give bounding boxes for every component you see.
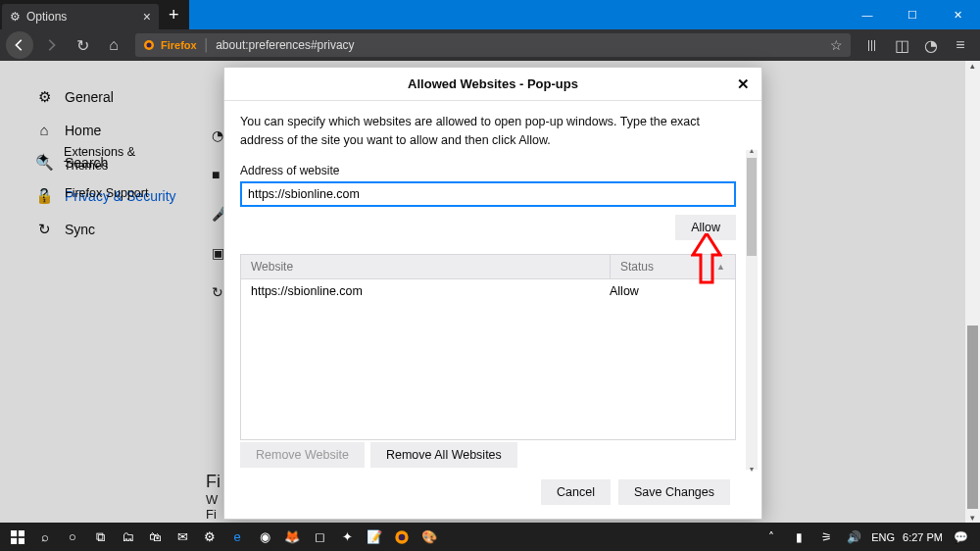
url-context-badge: Firefox: [161, 39, 197, 51]
app-icon[interactable]: 📝: [361, 523, 388, 551]
dialog-header: Allowed Websites - Pop-ups ✕: [224, 68, 761, 101]
app-icon[interactable]: 🦊: [278, 523, 306, 551]
navigation-bar: ↻ ⌂ Firefox │ about:preferences#privacy …: [0, 29, 980, 61]
address-input[interactable]: [240, 181, 736, 207]
dialog-title: Allowed Websites - Pop-ups: [408, 76, 578, 91]
column-website[interactable]: Website: [241, 255, 610, 278]
menu-button[interactable]: ≡: [947, 31, 974, 59]
forward-button[interactable]: [37, 31, 65, 59]
page-scrollbar[interactable]: ▴ ▾: [965, 61, 980, 523]
dialog-description: You can specify which websites are allow…: [240, 113, 746, 150]
clock[interactable]: 6:27 PM: [903, 531, 943, 543]
svg-rect-6: [19, 537, 24, 543]
browser-tab[interactable]: ⚙ Options ×: [2, 4, 159, 29]
sidebar-toggle-icon[interactable]: ◫: [888, 31, 915, 59]
new-tab-button[interactable]: +: [159, 5, 189, 25]
mail-icon[interactable]: ✉: [169, 523, 196, 551]
sort-arrow-icon: ▲: [716, 262, 725, 272]
table-row[interactable]: https://sbionline.com Allow: [241, 279, 735, 303]
svg-rect-3: [11, 530, 17, 536]
maximize-button[interactable]: ☐: [890, 0, 935, 29]
remove-website-button[interactable]: Remove Website: [240, 442, 365, 468]
app-icon[interactable]: ◻: [306, 523, 333, 551]
cancel-button[interactable]: Cancel: [541, 479, 611, 505]
system-tray: ˄ ▮ ⚞ 🔊 ENG 6:27 PM 💬: [761, 523, 976, 551]
scroll-down-icon[interactable]: ▾: [965, 513, 980, 523]
tab-close-icon[interactable]: ×: [143, 9, 151, 25]
dialog-close-button[interactable]: ✕: [732, 74, 754, 95]
file-explorer-icon[interactable]: 🗂: [114, 523, 141, 551]
save-changes-button[interactable]: Save Changes: [618, 479, 730, 505]
scroll-up-icon[interactable]: ▴: [746, 146, 758, 155]
window-controls: — ☐ ✕: [845, 0, 980, 29]
url-divider: │: [203, 38, 211, 52]
home-button[interactable]: ⌂: [100, 31, 127, 59]
scroll-thumb[interactable]: [967, 326, 978, 509]
tab-strip: ⚙ Options × +: [0, 0, 189, 29]
titlebar: ⚙ Options × + — ☐ ✕: [0, 0, 980, 29]
svg-rect-4: [19, 530, 24, 536]
minimize-button[interactable]: —: [845, 0, 890, 29]
bookmark-star-icon[interactable]: ☆: [830, 37, 843, 53]
store-icon[interactable]: 🛍: [141, 523, 169, 551]
cell-website: https://sbionline.com: [251, 284, 610, 298]
start-button[interactable]: [4, 523, 31, 551]
remove-all-button[interactable]: Remove All Websites: [370, 442, 517, 468]
battery-icon[interactable]: ▮: [789, 523, 808, 551]
volume-icon[interactable]: 🔊: [844, 523, 863, 551]
edge-icon[interactable]: e: [223, 523, 251, 551]
account-icon[interactable]: ◔: [917, 31, 945, 59]
address-label: Address of website: [240, 164, 746, 177]
firefox-taskbar-icon[interactable]: [388, 523, 416, 551]
settings-icon[interactable]: ⚙: [196, 523, 223, 551]
tray-chevron-icon[interactable]: ˄: [761, 523, 781, 551]
back-button[interactable]: [6, 31, 33, 59]
notifications-icon[interactable]: 💬: [951, 523, 970, 551]
chrome-icon[interactable]: ◉: [251, 523, 278, 551]
language-indicator[interactable]: ENG: [871, 531, 895, 543]
column-status-label: Status: [620, 260, 654, 274]
scroll-thumb[interactable]: [747, 158, 757, 256]
popup-exceptions-dialog: Allowed Websites - Pop-ups ✕ You can spe…: [223, 67, 762, 520]
wifi-icon[interactable]: ⚞: [816, 523, 836, 551]
task-view-icon[interactable]: ⧉: [86, 523, 114, 551]
reload-button[interactable]: ↻: [69, 31, 96, 59]
tab-title: Options: [26, 10, 67, 24]
gear-icon: ⚙: [10, 10, 21, 24]
column-status[interactable]: Status ▲: [610, 255, 735, 278]
websites-table: Website Status ▲ https://sbionline.com A…: [240, 254, 736, 440]
svg-rect-5: [11, 537, 17, 543]
windows-taskbar: ⌕ ○ ⧉ 🗂 🛍 ✉ ⚙ e ◉ 🦊 ◻ ✦ 📝 🎨 ˄ ▮ ⚞ 🔊 ENG …: [0, 523, 980, 551]
allow-button[interactable]: Allow: [675, 215, 736, 240]
url-text: about:preferences#privacy: [216, 38, 354, 52]
close-window-button[interactable]: ✕: [935, 0, 980, 29]
taskbar-search-icon[interactable]: ⌕: [31, 523, 59, 551]
paint-icon[interactable]: 🎨: [416, 523, 443, 551]
cortana-icon[interactable]: ○: [59, 523, 86, 551]
svg-point-1: [147, 43, 152, 48]
cell-status: Allow: [610, 284, 725, 298]
svg-point-8: [399, 533, 406, 540]
firefox-icon: [143, 39, 155, 51]
library-icon[interactable]: ⫼: [858, 31, 886, 59]
scroll-down-icon[interactable]: ▾: [746, 465, 758, 474]
address-bar[interactable]: Firefox │ about:preferences#privacy ☆: [135, 33, 851, 57]
dialog-scrollbar[interactable]: ▴ ▾: [746, 150, 758, 470]
app-icon[interactable]: ✦: [333, 523, 361, 551]
scroll-up-icon[interactable]: ▴: [965, 61, 980, 71]
